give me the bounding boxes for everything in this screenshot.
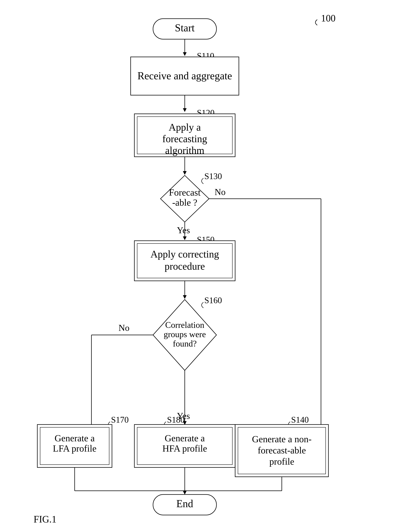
s170-text1: Generate a (54, 433, 95, 443)
s180-text2: HFA profile (162, 443, 207, 454)
s160-text2: groups were (164, 330, 206, 339)
diagram-container: 100 Start S110 Receive and aggregate S12… (0, 0, 396, 532)
no-label-s130: No (215, 187, 226, 197)
s160-text1: Correlation (165, 320, 204, 330)
s160-label: S160 (204, 295, 222, 305)
s180-label: S180 (167, 415, 185, 424)
s160-text3: found? (173, 339, 197, 348)
s150-text2: procedure (165, 261, 205, 272)
s170-label: S170 (111, 415, 129, 424)
s120-text3: algorithm (165, 145, 204, 156)
s140-label: S140 (291, 415, 309, 424)
s120-text2: forecasting (162, 133, 207, 145)
figure-number: 100 (321, 13, 336, 23)
s140-text1: Generate a non- (252, 434, 311, 444)
s170-text2: LFA profile (53, 443, 96, 454)
s140-text3: profile (269, 456, 294, 467)
end-label: End (176, 498, 193, 509)
s130-text1: Forecast (169, 187, 200, 198)
no-label-s160: No (118, 323, 129, 333)
s110-text: Receive and aggregate (138, 70, 232, 81)
yes-label-s130: Yes (177, 225, 190, 235)
s120-text1: Apply a (169, 122, 201, 133)
s140-text2: forecast-able (258, 445, 306, 456)
s130-label: S130 (204, 172, 222, 181)
s130-text2: -able ? (172, 197, 198, 208)
fig-label: FIG.1 (34, 514, 57, 525)
s150-text1: Apply correcting (150, 249, 219, 260)
start-label: Start (175, 22, 195, 34)
s180-text1: Generate a (165, 433, 205, 443)
